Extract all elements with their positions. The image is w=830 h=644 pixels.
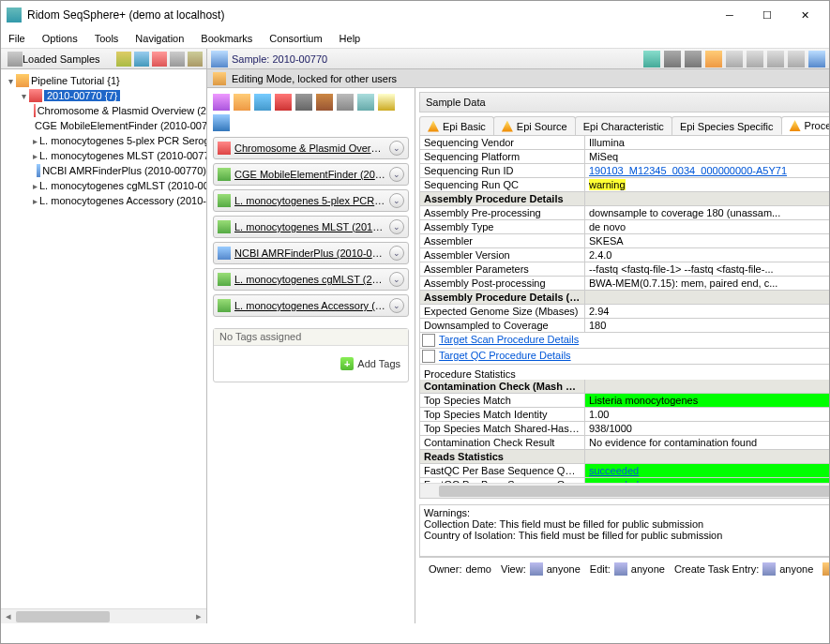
tree-child[interactable]: CGE MobileElementFinder (2010-007 — [35, 120, 206, 131]
menu-consortium[interactable]: Consortium — [267, 31, 324, 46]
task-status-icon — [218, 142, 231, 155]
field-value[interactable]: BWA-MEM(0.7.15): mem, paired end, c... — [585, 277, 830, 290]
field-value[interactable]: --fastq <fastq-file-1> --fastq <fastq-fi… — [585, 262, 830, 276]
scroll-right-icon[interactable]: ▸ — [191, 610, 206, 622]
chevron-down-icon[interactable]: ⌄ — [389, 272, 404, 287]
center-tool-icon[interactable] — [378, 94, 395, 111]
expand-icon[interactable]: ▸ — [33, 151, 38, 161]
field-value[interactable]: de novo — [585, 220, 830, 233]
toolbar-icon-5[interactable] — [188, 52, 203, 67]
tab-epi-species[interactable]: Epi Species Specific — [672, 116, 782, 135]
task-button[interactable]: NCBI AMRFinderPlus (2010-00770)⌄ — [213, 242, 409, 264]
tree-child[interactable]: L. monocytogenes MLST (2010-0077 — [39, 150, 206, 161]
chevron-down-icon[interactable]: ⌄ — [389, 219, 404, 234]
field-value[interactable]: MiSeq — [585, 150, 830, 163]
menu-navigation[interactable]: Navigation — [133, 31, 186, 46]
top-tool-icon[interactable] — [685, 51, 702, 67]
top-tool-icon[interactable] — [643, 51, 660, 67]
tree-child[interactable]: L. monocytogenes Accessory (2010- — [39, 195, 206, 206]
chevron-down-icon[interactable]: ⌄ — [389, 167, 404, 182]
field-value-link[interactable]: 190103_M12345_0034_000000000-A5Y71 — [585, 164, 830, 177]
field-value[interactable]: SKESA — [585, 234, 830, 247]
details-icon — [422, 350, 435, 363]
menu-bookmarks[interactable]: Bookmarks — [199, 31, 254, 46]
task-button[interactable]: L. monocytogenes cgMLST (2010-00...⌄ — [213, 268, 409, 291]
toolbar-icon-3[interactable] — [152, 52, 167, 67]
task-button[interactable]: Chromosome & Plasmid Overview (2...⌄ — [213, 137, 409, 159]
home-icon[interactable] — [705, 51, 722, 67]
scroll-left-icon[interactable]: ◂ — [1, 610, 16, 622]
center-tool-icon[interactable] — [213, 94, 230, 111]
center-tool-icon[interactable] — [316, 94, 333, 111]
tree-root[interactable]: Pipeline Tutorial {1} — [31, 75, 120, 86]
center-tool-icon[interactable] — [337, 94, 354, 111]
tree-child[interactable]: L. monocytogenes cgMLST (2010-00 — [39, 180, 206, 191]
collapse-icon[interactable]: ▾ — [5, 76, 16, 86]
edit-pencil-icon[interactable] — [822, 562, 830, 576]
center-tool-icon[interactable] — [275, 94, 292, 111]
menu-file[interactable]: File — [7, 31, 27, 46]
tab-epi-source[interactable]: Epi Source — [493, 116, 576, 135]
scroll-thumb[interactable] — [16, 611, 110, 622]
scroll-thumb[interactable] — [439, 486, 830, 497]
maximize-button[interactable]: ☐ — [748, 4, 786, 26]
target-qc-link[interactable]: Target QC Procedure Details — [439, 350, 571, 361]
add-tags-button[interactable]: +Add Tags — [340, 357, 400, 370]
menu-help[interactable]: Help — [338, 31, 363, 46]
tree-h-scrollbar[interactable]: ◂ ▸ — [1, 608, 206, 623]
target-scan-link[interactable]: Target Scan Procedure Details — [439, 334, 579, 345]
panel-title: Sample Data — [426, 97, 486, 108]
tree-child[interactable]: NCBI AMRFinderPlus (2010-00770) — [42, 165, 206, 176]
center-tool-icon[interactable] — [357, 94, 374, 111]
nav-fwd-icon[interactable] — [747, 51, 763, 67]
plus-icon: + — [340, 357, 354, 370]
nav-icon[interactable] — [788, 51, 805, 67]
chevron-down-icon[interactable]: ⌄ — [389, 246, 404, 261]
center-tool-icon[interactable] — [234, 94, 250, 111]
task-button[interactable]: L. monocytogenes Accessory (2010...⌄ — [213, 294, 409, 317]
chevron-down-icon[interactable]: ⌄ — [389, 193, 404, 208]
close-button[interactable]: ✕ — [786, 4, 823, 26]
field-label: Assembly Type — [420, 220, 585, 233]
tree-child[interactable]: L. monocytogenes 5-plex PCR Serogr — [39, 135, 206, 146]
samples-icon — [8, 52, 23, 67]
minimize-button[interactable]: ─ — [711, 4, 748, 26]
menu-options[interactable]: Options — [40, 31, 80, 46]
task-button[interactable]: CGE MobileElementFinder (2010-00...⌄ — [213, 163, 409, 186]
nav-icon[interactable] — [767, 51, 784, 67]
top-tool-icon[interactable] — [664, 51, 681, 67]
section-header: Contamination Check (Mash Screen) — [420, 380, 585, 393]
menu-tools[interactable]: Tools — [93, 31, 121, 46]
field-value[interactable]: warning — [585, 178, 830, 191]
field-value[interactable]: 2.4.0 — [585, 248, 830, 262]
center-tool-icon[interactable] — [295, 94, 312, 111]
toolbar-icon-1[interactable] — [116, 52, 131, 67]
nav-back-icon[interactable] — [726, 51, 743, 67]
chevron-down-icon[interactable]: ⌄ — [389, 141, 404, 156]
center-tool-icon[interactable] — [213, 114, 230, 131]
tab-procedure[interactable]: Procedure — [781, 116, 830, 135]
tree-sample[interactable]: 2010-00770 {7} — [44, 90, 120, 101]
tab-epi-basic[interactable]: Epi Basic — [419, 116, 494, 135]
expand-icon[interactable]: ▸ — [33, 181, 38, 191]
warning-icon — [428, 121, 439, 132]
task-button[interactable]: L. monocytogenes MLST (2010-00770)⌄ — [213, 216, 409, 238]
field-value[interactable]: downsample to coverage 180 (unassam... — [585, 206, 830, 219]
tree-child[interactable]: Chromosome & Plasmid Overview (2 — [38, 105, 206, 116]
lock-icon — [213, 72, 226, 85]
center-tool-icon[interactable] — [254, 94, 271, 111]
chevron-down-icon[interactable]: ⌄ — [389, 298, 404, 313]
field-value-link[interactable]: succeeded — [585, 464, 830, 477]
field-value[interactable]: Illumina — [585, 136, 830, 149]
collapse-icon[interactable]: ▾ — [18, 91, 29, 101]
warning-line: Country of Isolation: This field must be… — [424, 530, 830, 541]
table-h-scrollbar[interactable] — [420, 483, 830, 498]
tab-epi-characteristic[interactable]: Epi Characteristic — [575, 116, 672, 135]
left-panel-title: Loaded Samples — [23, 53, 113, 65]
sample-tree[interactable]: ▾Pipeline Tutorial {1} ▾2010-00770 {7} C… — [1, 69, 206, 623]
toolbar-icon-4[interactable] — [170, 52, 185, 67]
task-button[interactable]: L. monocytogenes 5-plex PCR Sero...⌄ — [213, 189, 409, 212]
toolbar-icon-2[interactable] — [134, 52, 149, 67]
top-tool-icon[interactable] — [808, 51, 825, 67]
expand-icon[interactable]: ▸ — [33, 136, 38, 146]
